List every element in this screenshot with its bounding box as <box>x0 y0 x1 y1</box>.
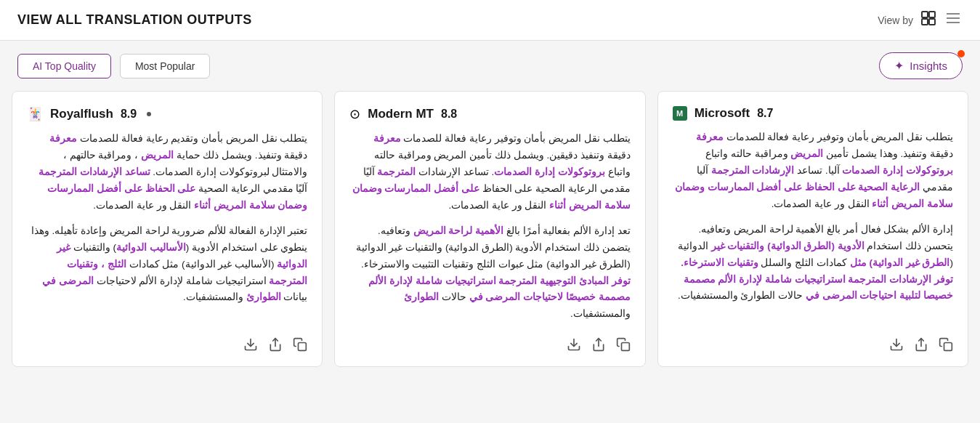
header: VIEW ALL TRANSLATION OUTPUTS View by <box>0 0 980 41</box>
modern-mt-icon: ⊙ <box>349 106 360 122</box>
royalflush-actions <box>27 331 307 352</box>
insights-notification-dot <box>957 50 965 57</box>
royalflush-name: Royalflush <box>50 107 113 121</box>
svg-rect-2 <box>922 19 928 25</box>
svg-rect-1 <box>929 12 935 17</box>
cards-container: 🃏 Royalflush 8.9 يتطلب نقل المريض بأمان … <box>0 91 980 379</box>
grid-view-icon[interactable] <box>919 9 938 31</box>
svg-rect-0 <box>922 12 928 17</box>
svg-rect-9 <box>299 343 307 351</box>
most-popular-button[interactable]: Most Popular <box>120 54 210 78</box>
page-wrapper: VIEW ALL TRANSLATION OUTPUTS View by <box>0 0 980 379</box>
modern-mt-score: 8.8 <box>441 108 457 121</box>
view-by-group: View by <box>878 9 963 31</box>
download-icon[interactable] <box>567 337 581 352</box>
share-icon[interactable] <box>268 337 283 352</box>
card-modern-mt: ⊙ Modern MT 8.8 يتطلب نقل المريض بأمان و… <box>334 91 645 367</box>
filter-bar: AI Top Quality Most Popular ✦ Insights <box>0 41 980 91</box>
view-by-label: View by <box>878 15 913 26</box>
card-microsoft: M Microsoft 8.7 يتطلب نقل المريض بأمان و… <box>657 91 968 367</box>
svg-rect-12 <box>621 343 629 351</box>
insights-icon: ✦ <box>894 59 904 73</box>
share-icon[interactable] <box>914 337 928 352</box>
insights-label: Insights <box>910 60 947 72</box>
download-icon[interactable] <box>243 337 258 352</box>
modern-mt-text-1: يتطلب نقل المريض بأمان وتوفير رعاية فعال… <box>349 131 630 214</box>
copy-icon[interactable] <box>616 337 631 352</box>
card-header-royalflush: 🃏 Royalflush 8.9 <box>27 106 307 122</box>
download-icon[interactable] <box>889 337 904 352</box>
copy-icon[interactable] <box>939 337 953 352</box>
microsoft-score: 8.7 <box>757 107 773 120</box>
modern-mt-text-2: تعد إدارة الألم بفعالية أمرًا بالغ الأهم… <box>349 223 630 323</box>
microsoft-text-1: يتطلب نقل المريض بأمان وتوفير رعاية فعال… <box>673 129 953 213</box>
insights-button[interactable]: ✦ Insights <box>879 52 963 79</box>
microsoft-actions <box>673 331 953 352</box>
royalflush-icon: 🃏 <box>27 106 43 122</box>
card-royalflush: 🃏 Royalflush 8.9 يتطلب نقل المريض بأمان … <box>12 91 323 367</box>
share-icon[interactable] <box>591 337 606 352</box>
modern-mt-name: Modern MT <box>368 107 434 121</box>
svg-rect-15 <box>944 343 952 351</box>
royalflush-text-2: تعتبر الإدارة الفعالة للألم ضرورية لراحة… <box>27 223 307 307</box>
card-header-modern-mt: ⊙ Modern MT 8.8 <box>349 106 630 122</box>
filter-buttons: AI Top Quality Most Popular <box>17 54 210 78</box>
card-header-microsoft: M Microsoft 8.7 <box>673 106 953 121</box>
microsoft-name: Microsoft <box>694 106 750 121</box>
microsoft-icon: M <box>673 106 687 121</box>
royalflush-text-1: يتطلب نقل المريض بأمان وتقديم رعاية فعال… <box>27 131 307 214</box>
page-title: VIEW ALL TRANSLATION OUTPUTS <box>17 12 252 28</box>
ai-top-quality-button[interactable]: AI Top Quality <box>17 54 111 78</box>
list-view-icon[interactable] <box>944 9 963 31</box>
svg-rect-3 <box>929 19 935 25</box>
modern-mt-actions <box>349 331 630 352</box>
microsoft-text-2: إدارة الألم بشكل فعال أمر بالغ الأهمية ل… <box>673 222 953 305</box>
royalflush-dot <box>147 112 151 116</box>
copy-icon[interactable] <box>293 337 307 352</box>
royalflush-score: 8.9 <box>121 108 137 121</box>
